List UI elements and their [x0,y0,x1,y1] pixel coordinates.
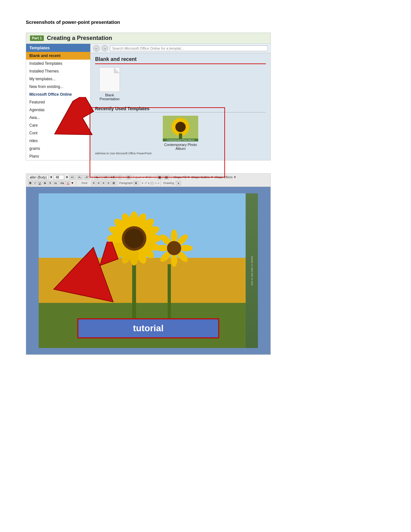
forward-btn[interactable]: → [102,45,108,52]
font-size-box[interactable]: 48 [54,175,64,180]
smallcaps-btn[interactable]: S [48,181,53,185]
ss1-right-panel: ← → Search Microsoft Office Online for a… [91,44,270,160]
ss1-nav-bar: ← → Search Microsoft Office Online for a… [91,44,270,53]
strikethrough-btn[interactable]: S [43,181,47,185]
sub-btn[interactable]: x₂ [53,181,59,185]
blank-pres-icon [99,67,120,92]
underline-btn[interactable]: U [37,181,42,185]
tutorial-text: tutorial [82,323,214,334]
shape-outline-label: Shape Outline ▼ [191,176,213,179]
menu-installed-themes[interactable]: Installed Themes [26,67,90,75]
ss2-toolbar: alibri (Body) ▼ 48 ▼ A↑ A↓ Aᵃ ≡▸ ⇥≡ ≡⇕ ⫶… [26,174,270,187]
tutorial-box: tutorial [77,318,219,338]
font-section-label: Font [78,181,91,185]
red-arrow-pointing-left [45,97,103,149]
font-name-box[interactable]: alibri (Body) [28,175,48,180]
drawing-corner-btn: ↘ [176,181,181,185]
arrange-btn[interactable]: ▦ [157,175,162,179]
svg-rect-9 [168,264,171,322]
menu-plans[interactable]: Plans [26,152,90,160]
indent-btn[interactable]: ⇥≡ [102,175,108,179]
drawing-section-label: Drawing [162,181,175,185]
ss1-content: Blank and recent BlankPresentation Recen… [91,53,270,158]
text-direction-btn[interactable]: ⊞ [111,181,116,185]
menu-installed-templates[interactable]: Installed Templates [26,60,90,67]
photo-album-thumb: Contemporary Photo Album [163,116,198,141]
align-left-btn[interactable]: ≡ [92,181,96,185]
ss1-header: Part 1 Creating a Presentation [26,33,270,44]
align-center-btn[interactable]: ≡ [96,181,101,185]
templates-header: Templates [26,44,90,52]
font-shrink-btn[interactable]: A↓ [77,175,83,179]
svg-point-36 [167,241,181,255]
justify-btn[interactable]: ≡ [106,181,111,185]
back-btn[interactable]: ← [93,45,100,52]
recently-used-title: Recently Used Templates [95,106,266,112]
columns-btn[interactable]: ⫶ [118,175,122,179]
svg-marker-4 [45,97,103,149]
quick-styles-btn[interactable]: ▤ [164,175,169,179]
photo-album-caption: Contemporary PhotoAlbum [164,143,197,150]
list-btn[interactable]: ≡▸ [94,175,100,179]
spacing-btn[interactable]: ≡⇕ [110,175,116,179]
insert-btn[interactable]: ⊕ [133,181,139,185]
date-sidebar: click to add date or details [246,193,258,348]
slide-red-arrow [45,242,129,313]
align-right-btn[interactable]: ≡ [102,181,106,185]
date-sidebar-text: click to add date or details [250,256,253,286]
fontcolor-btn[interactable]: A [66,181,70,185]
menu-my-templates[interactable]: My templates... [26,75,90,83]
photo-album-item[interactable]: Contemporary Photo Album Contemporary Ph… [95,116,266,150]
svg-marker-37 [45,242,129,313]
fontaa-btn[interactable]: Aa [59,181,65,185]
screenshot-1: Part 1 Creating a Presentation Templates… [26,33,271,173]
screenshot-2: alibri (Body) ▼ 48 ▼ A↑ A↓ Aᵃ ≡▸ ⇥≡ ≡⇕ ⫶… [26,173,271,355]
wikihow-label: wikiHow to Use Microsoft Office PowerPoi… [95,152,266,155]
paragraph-section-label: Paragraph [119,181,133,185]
clear-format-btn[interactable]: Aᵃ [84,175,90,179]
blank-presentation-item[interactable]: BlankPresentation [95,67,124,101]
ss1-header-title: Creating a Presentation [47,35,112,42]
menu-new-from-existing[interactable]: New from existing... [26,83,90,91]
svg-rect-8 [132,258,136,322]
search-box[interactable]: Search Microsoft Office Online for a tem… [110,45,268,51]
photo-album-label-bar: Contemporary Photo Album [163,139,198,141]
slide-frame: click to add date or details tutorial [39,193,258,348]
svg-point-2 [175,122,186,132]
shape-effects-label: Shape Effects ▼ [215,176,236,179]
shape-fill-label: Shape Fill ▼ [173,176,190,179]
part-badge: Part 1 [30,35,44,41]
slide-canvas: click to add date or details tutorial [26,187,270,354]
bold-btn[interactable]: B [28,181,33,185]
italic-btn[interactable]: I [34,181,37,185]
insert-table-btn[interactable]: ⊞ [126,175,131,179]
section-blank-recent: Blank and recent [95,56,266,64]
menu-blank-and-recent[interactable]: Blank and recent [26,52,90,60]
font-grow-btn[interactable]: A↑ [70,175,76,179]
page-title: Screenshots of power-point presentation [26,19,385,25]
